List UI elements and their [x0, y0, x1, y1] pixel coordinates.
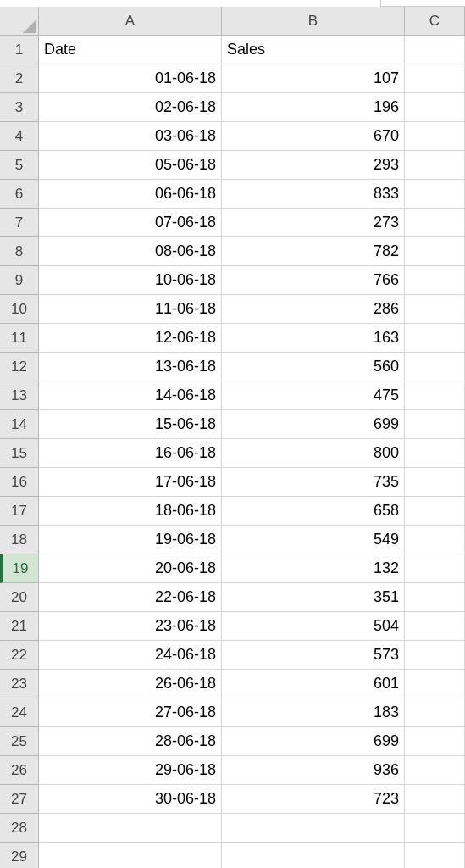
cell-C19[interactable]	[405, 554, 465, 583]
cell-C26[interactable]	[405, 756, 465, 785]
cell-B5[interactable]: 293	[222, 151, 405, 180]
row-header-4[interactable]: 4	[0, 122, 39, 151]
cell-C7[interactable]	[405, 209, 465, 237]
row-header-26[interactable]: 26	[0, 756, 39, 785]
cell-C15[interactable]	[405, 439, 465, 468]
cell-B14[interactable]: 699	[222, 410, 405, 439]
select-all-corner[interactable]	[0, 7, 39, 36]
row-header-18[interactable]: 18	[0, 526, 39, 554]
cell-A9[interactable]: 10-06-18	[39, 266, 222, 295]
row-header-12[interactable]: 12	[0, 353, 39, 381]
row-header-20[interactable]: 20	[0, 583, 39, 612]
cell-A14[interactable]: 15-06-18	[39, 410, 222, 439]
cell-A29[interactable]	[39, 843, 222, 868]
row-header-3[interactable]: 3	[0, 93, 39, 122]
cell-A16[interactable]: 17-06-18	[39, 468, 222, 497]
cell-C27[interactable]	[405, 785, 465, 814]
cell-B24[interactable]: 183	[222, 698, 405, 727]
cell-A13[interactable]: 14-06-18	[39, 381, 222, 410]
row-header-21[interactable]: 21	[0, 612, 39, 641]
cell-C23[interactable]	[405, 670, 465, 698]
row-header-15[interactable]: 15	[0, 439, 39, 468]
cell-B22[interactable]: 573	[222, 641, 405, 670]
row-header-19[interactable]: 19	[0, 554, 39, 583]
cell-B18[interactable]: 549	[222, 526, 405, 554]
cell-C1[interactable]	[405, 36, 465, 64]
cell-A15[interactable]: 16-06-18	[39, 439, 222, 468]
row-header-8[interactable]: 8	[0, 237, 39, 266]
cell-A18[interactable]: 19-06-18	[39, 526, 222, 554]
column-header-C[interactable]: C	[405, 7, 465, 36]
cell-A26[interactable]: 29-06-18	[39, 756, 222, 785]
row-header-29[interactable]: 29	[0, 843, 39, 868]
cell-C2[interactable]	[405, 64, 465, 93]
cell-A17[interactable]: 18-06-18	[39, 497, 222, 526]
cell-A7[interactable]: 07-06-18	[39, 209, 222, 237]
cell-B10[interactable]: 286	[222, 295, 405, 324]
cell-C16[interactable]	[405, 468, 465, 497]
cell-B20[interactable]: 351	[222, 583, 405, 612]
row-header-23[interactable]: 23	[0, 670, 39, 698]
cell-B15[interactable]: 800	[222, 439, 405, 468]
cell-B21[interactable]: 504	[222, 612, 405, 641]
cell-A27[interactable]: 30-06-18	[39, 785, 222, 814]
row-header-27[interactable]: 27	[0, 785, 39, 814]
cell-C25[interactable]	[405, 727, 465, 756]
cell-A6[interactable]: 06-06-18	[39, 180, 222, 209]
cell-C29[interactable]	[405, 843, 465, 868]
cell-A2[interactable]: 01-06-18	[39, 64, 222, 93]
column-header-B[interactable]: B	[222, 7, 405, 36]
cell-B29[interactable]	[222, 843, 405, 868]
cell-B19[interactable]: 132	[222, 554, 405, 583]
cell-A11[interactable]: 12-06-18	[39, 324, 222, 353]
cell-C14[interactable]	[405, 410, 465, 439]
cell-A4[interactable]: 03-06-18	[39, 122, 222, 151]
cell-B4[interactable]: 670	[222, 122, 405, 151]
cell-A21[interactable]: 23-06-18	[39, 612, 222, 641]
cell-C28[interactable]	[405, 814, 465, 843]
cell-B27[interactable]: 723	[222, 785, 405, 814]
row-header-22[interactable]: 22	[0, 641, 39, 670]
cell-C18[interactable]	[405, 526, 465, 554]
cell-B13[interactable]: 475	[222, 381, 405, 410]
cell-A23[interactable]: 26-06-18	[39, 670, 222, 698]
cell-C17[interactable]	[405, 497, 465, 526]
cell-C22[interactable]	[405, 641, 465, 670]
row-header-9[interactable]: 9	[0, 266, 39, 295]
cell-C6[interactable]	[405, 180, 465, 209]
cell-A12[interactable]: 13-06-18	[39, 353, 222, 381]
row-header-1[interactable]: 1	[0, 36, 39, 64]
cell-C3[interactable]	[405, 93, 465, 122]
cell-B8[interactable]: 782	[222, 237, 405, 266]
cell-A25[interactable]: 28-06-18	[39, 727, 222, 756]
spreadsheet-grid[interactable]: ABC1DateSales201-06-18107302-06-18196403…	[0, 7, 465, 868]
row-header-6[interactable]: 6	[0, 180, 39, 209]
row-header-16[interactable]: 16	[0, 468, 39, 497]
cell-B23[interactable]: 601	[222, 670, 405, 698]
cell-B7[interactable]: 273	[222, 209, 405, 237]
cell-C11[interactable]	[405, 324, 465, 353]
cell-B28[interactable]	[222, 814, 405, 843]
cell-C20[interactable]	[405, 583, 465, 612]
cell-A3[interactable]: 02-06-18	[39, 93, 222, 122]
row-header-25[interactable]: 25	[0, 727, 39, 756]
cell-C8[interactable]	[405, 237, 465, 266]
cell-B12[interactable]: 560	[222, 353, 405, 381]
cell-C10[interactable]	[405, 295, 465, 324]
cell-B26[interactable]: 936	[222, 756, 405, 785]
row-header-11[interactable]: 11	[0, 324, 39, 353]
cell-B2[interactable]: 107	[222, 64, 405, 93]
cell-A10[interactable]: 11-06-18	[39, 295, 222, 324]
cell-A24[interactable]: 27-06-18	[39, 698, 222, 727]
cell-A28[interactable]	[39, 814, 222, 843]
cell-C21[interactable]	[405, 612, 465, 641]
column-header-A[interactable]: A	[39, 7, 222, 36]
row-header-24[interactable]: 24	[0, 698, 39, 727]
cell-B11[interactable]: 163	[222, 324, 405, 353]
row-header-17[interactable]: 17	[0, 497, 39, 526]
cell-C4[interactable]	[405, 122, 465, 151]
row-header-28[interactable]: 28	[0, 814, 39, 843]
cell-C5[interactable]	[405, 151, 465, 180]
cell-B3[interactable]: 196	[222, 93, 405, 122]
cell-C24[interactable]	[405, 698, 465, 727]
